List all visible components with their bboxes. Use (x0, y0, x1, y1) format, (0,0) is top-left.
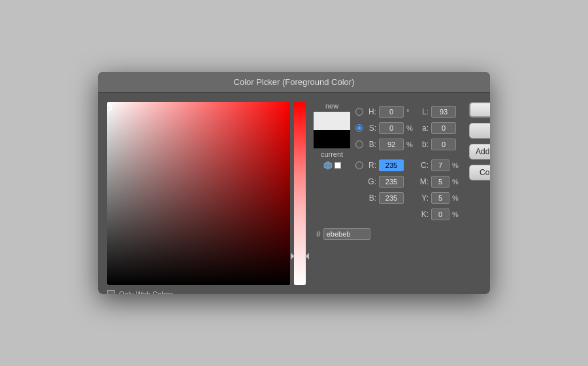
input-g[interactable] (379, 176, 404, 188)
hue-handle-right (305, 253, 309, 259)
color-field[interactable] (107, 102, 290, 285)
label-y: Y: (418, 193, 429, 203)
cancel-button[interactable]: Cancel (469, 123, 490, 139)
field-row-a: a: (418, 121, 461, 135)
radio-h[interactable] (355, 108, 363, 116)
new-label: new (325, 102, 338, 110)
label-a: a: (418, 124, 429, 133)
input-l[interactable] (431, 106, 456, 118)
unit-s: % (406, 124, 416, 132)
hex-input[interactable] (323, 228, 370, 240)
radio-b-hsb[interactable] (355, 141, 363, 148)
new-color-box[interactable] (314, 112, 350, 130)
web-icon-row (323, 161, 341, 170)
only-web-colors-label: Only Web Colors (119, 290, 173, 294)
add-to-swatches-button[interactable]: Add to Swatches (469, 144, 490, 159)
right-panel: OK Cancel Add to Swatches Color Librarie… (469, 102, 490, 285)
no-radio-b (355, 194, 363, 202)
ok-button[interactable]: OK (469, 102, 490, 118)
field-row-l: L: (418, 105, 461, 119)
label-l: L: (418, 107, 429, 116)
label-b-lab: b: (418, 140, 429, 149)
label-b-rgb: B: (366, 193, 376, 203)
input-s[interactable] (379, 122, 404, 134)
label-h: H: (366, 107, 376, 116)
input-b-rgb[interactable] (379, 192, 404, 204)
title-bar: Color Picker (Foreground Color) (98, 72, 490, 93)
color-picker-dialog: Color Picker (Foreground Color) Only Web… (98, 72, 490, 294)
field-row-r: R: (355, 158, 416, 173)
label-g: G: (366, 177, 376, 186)
radio-r[interactable] (355, 161, 363, 169)
field-row-m: M: % (418, 175, 461, 189)
unit-h: ° (406, 108, 416, 116)
fields-area: H: ° S: % (355, 105, 461, 222)
small-white-square (335, 162, 341, 169)
web-cube-icon (323, 161, 333, 170)
input-a[interactable] (431, 122, 456, 134)
unit-m: % (452, 178, 461, 186)
input-h[interactable] (379, 106, 404, 118)
center-area: new current (314, 102, 461, 285)
preview-and-fields: new current (314, 102, 461, 222)
dialog-body: Only Web Colors new (98, 93, 490, 294)
input-c[interactable] (431, 159, 449, 171)
hue-slider[interactable] (294, 102, 306, 285)
input-r[interactable] (379, 159, 404, 171)
input-b-lab[interactable] (431, 139, 456, 150)
left-area: Only Web Colors (107, 102, 306, 285)
label-s: S: (366, 124, 376, 133)
hue-slider-wrap (294, 102, 306, 285)
field-row-h: H: ° (355, 105, 416, 119)
preview-column: new current (314, 102, 350, 222)
label-m: M: (418, 177, 429, 186)
only-web-colors-row: Only Web Colors (107, 285, 290, 294)
color-field-dark (107, 102, 290, 285)
spacer2 (418, 154, 461, 156)
color-field-wrap[interactable]: Only Web Colors (107, 102, 290, 285)
hex-symbol: # (316, 229, 321, 239)
unit-k: % (452, 210, 461, 218)
input-m[interactable] (431, 176, 449, 188)
unit-c: % (452, 161, 461, 169)
input-b-hsb[interactable] (379, 139, 404, 150)
current-color-box[interactable] (314, 130, 350, 148)
field-row-y: Y: % (418, 191, 461, 205)
input-k[interactable] (431, 208, 449, 220)
field-row-b-rgb: B: (355, 191, 416, 205)
only-web-colors-checkbox[interactable] (107, 290, 115, 294)
field-row-k: K: % (418, 207, 461, 222)
color-libraries-button[interactable]: Color Libraries (469, 165, 490, 180)
label-r: R: (366, 161, 376, 170)
preview-stack (314, 112, 350, 148)
label-k: K: (418, 210, 429, 219)
field-row-b-lab: b: (418, 137, 461, 152)
hsb-rgb-col: H: ° S: % (355, 105, 416, 222)
dialog-title: Color Picker (Foreground Color) (234, 77, 355, 87)
field-row-c: C: % (418, 158, 461, 173)
label-b-hsb: B: (366, 140, 376, 149)
label-c: C: (418, 161, 429, 170)
unit-y: % (452, 194, 461, 202)
lab-cmyk-col: L: a: b: (418, 105, 461, 222)
field-row-s: S: % (355, 121, 416, 135)
field-row-b-hsb: B: % (355, 137, 416, 152)
hex-row: # (316, 228, 461, 240)
hue-handle-left (291, 253, 295, 259)
input-y[interactable] (431, 192, 449, 204)
unit-b-hsb: % (406, 141, 416, 148)
radio-s[interactable] (355, 124, 363, 132)
spacer (355, 154, 416, 156)
no-radio-g (355, 178, 363, 186)
current-label: current (321, 150, 343, 158)
field-row-g: G: (355, 175, 416, 189)
